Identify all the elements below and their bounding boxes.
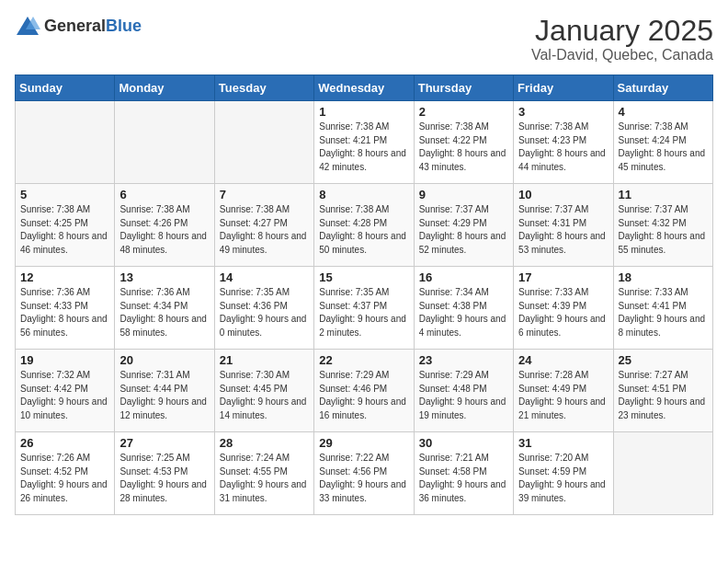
day-info: Sunrise: 7:38 AMSunset: 4:25 PMDaylight:…	[20, 203, 109, 257]
calendar-cell: 5Sunrise: 7:38 AMSunset: 4:25 PMDaylight…	[16, 184, 115, 267]
day-info: Sunrise: 7:34 AMSunset: 4:38 PMDaylight:…	[419, 286, 508, 339]
calendar-cell: 8Sunrise: 7:38 AMSunset: 4:28 PMDaylight…	[314, 184, 414, 267]
calendar-cell: 20Sunrise: 7:31 AMSunset: 4:44 PMDayligh…	[115, 350, 214, 432]
calendar-cell: 9Sunrise: 7:37 AMSunset: 4:29 PMDaylight…	[414, 184, 513, 267]
day-number: 5	[20, 188, 109, 201]
location-title: Val-David, Quebec, Canada	[531, 47, 713, 63]
day-info: Sunrise: 7:38 AMSunset: 4:22 PMDaylight:…	[419, 121, 508, 174]
calendar-cell: 7Sunrise: 7:38 AMSunset: 4:27 PMDaylight…	[214, 184, 313, 267]
calendar-cell: 2Sunrise: 7:38 AMSunset: 4:22 PMDaylight…	[414, 101, 513, 184]
calendar-cell: 13Sunrise: 7:36 AMSunset: 4:34 PMDayligh…	[115, 267, 214, 350]
day-number: 2	[419, 105, 508, 119]
title-area: January 2025 Val-David, Quebec, Canada	[531, 15, 713, 63]
header-wednesday: Wednesday	[314, 75, 414, 101]
day-number: 22	[319, 353, 408, 367]
header-tuesday: Tuesday	[214, 75, 313, 101]
day-number: 11	[619, 188, 708, 201]
day-info: Sunrise: 7:24 AMSunset: 4:55 PMDaylight:…	[220, 452, 309, 505]
calendar-cell: 3Sunrise: 7:38 AMSunset: 4:23 PMDaylight…	[514, 101, 613, 184]
calendar-cell: 25Sunrise: 7:27 AMSunset: 4:51 PMDayligh…	[613, 350, 712, 432]
calendar-cell: 1Sunrise: 7:38 AMSunset: 4:21 PMDaylight…	[314, 101, 414, 184]
calendar-table: SundayMondayTuesdayWednesdayThursdayFrid…	[15, 75, 713, 515]
day-info: Sunrise: 7:30 AMSunset: 4:45 PMDaylight:…	[220, 369, 309, 422]
day-number: 23	[419, 353, 508, 367]
calendar-cell	[115, 101, 214, 184]
calendar-cell: 31Sunrise: 7:20 AMSunset: 4:59 PMDayligh…	[514, 432, 613, 515]
day-info: Sunrise: 7:25 AMSunset: 4:53 PMDaylight:…	[119, 452, 209, 505]
calendar-cell: 14Sunrise: 7:35 AMSunset: 4:36 PMDayligh…	[214, 267, 313, 350]
calendar-cell: 17Sunrise: 7:33 AMSunset: 4:39 PMDayligh…	[514, 267, 613, 350]
month-title: January 2025	[531, 15, 713, 47]
logo-icon	[15, 15, 40, 37]
header-friday: Friday	[514, 75, 613, 101]
day-info: Sunrise: 7:33 AMSunset: 4:39 PMDaylight:…	[518, 286, 608, 339]
calendar-cell	[613, 432, 712, 515]
day-info: Sunrise: 7:36 AMSunset: 4:33 PMDaylight:…	[20, 286, 109, 339]
header-monday: Monday	[115, 75, 214, 101]
day-number: 4	[619, 105, 708, 119]
day-info: Sunrise: 7:38 AMSunset: 4:21 PMDaylight:…	[319, 121, 408, 174]
day-number: 13	[119, 270, 209, 284]
day-number: 30	[419, 436, 508, 450]
day-info: Sunrise: 7:38 AMSunset: 4:28 PMDaylight:…	[319, 203, 408, 257]
calendar-cell: 22Sunrise: 7:29 AMSunset: 4:46 PMDayligh…	[314, 350, 414, 432]
calendar-cell: 6Sunrise: 7:38 AMSunset: 4:26 PMDaylight…	[115, 184, 214, 267]
calendar-week-4: 19Sunrise: 7:32 AMSunset: 4:42 PMDayligh…	[16, 350, 713, 432]
day-info: Sunrise: 7:37 AMSunset: 4:29 PMDaylight:…	[419, 203, 508, 257]
header-sunday: Sunday	[16, 75, 115, 101]
day-number: 24	[518, 353, 608, 367]
day-number: 29	[319, 436, 408, 450]
calendar-cell: 16Sunrise: 7:34 AMSunset: 4:38 PMDayligh…	[414, 267, 513, 350]
calendar-cell: 15Sunrise: 7:35 AMSunset: 4:37 PMDayligh…	[314, 267, 414, 350]
logo: GeneralBlue	[15, 15, 142, 37]
calendar-cell: 26Sunrise: 7:26 AMSunset: 4:52 PMDayligh…	[16, 432, 115, 515]
calendar-cell: 27Sunrise: 7:25 AMSunset: 4:53 PMDayligh…	[115, 432, 214, 515]
day-number: 9	[419, 188, 508, 201]
day-info: Sunrise: 7:33 AMSunset: 4:41 PMDaylight:…	[619, 286, 708, 339]
calendar-cell: 23Sunrise: 7:29 AMSunset: 4:48 PMDayligh…	[414, 350, 513, 432]
day-info: Sunrise: 7:26 AMSunset: 4:52 PMDaylight:…	[20, 452, 109, 505]
day-info: Sunrise: 7:38 AMSunset: 4:23 PMDaylight:…	[518, 121, 608, 174]
logo-blue: Blue	[106, 17, 142, 35]
calendar-cell: 29Sunrise: 7:22 AMSunset: 4:56 PMDayligh…	[314, 432, 414, 515]
calendar-cell: 21Sunrise: 7:30 AMSunset: 4:45 PMDayligh…	[214, 350, 313, 432]
day-info: Sunrise: 7:37 AMSunset: 4:31 PMDaylight:…	[518, 203, 608, 257]
day-number: 15	[319, 270, 408, 284]
day-info: Sunrise: 7:38 AMSunset: 4:24 PMDaylight:…	[619, 121, 708, 174]
header-saturday: Saturday	[613, 75, 712, 101]
calendar-cell	[16, 101, 115, 184]
day-number: 12	[20, 270, 109, 284]
calendar-week-1: 1Sunrise: 7:38 AMSunset: 4:21 PMDaylight…	[16, 101, 713, 184]
day-info: Sunrise: 7:32 AMSunset: 4:42 PMDaylight:…	[20, 369, 109, 422]
day-info: Sunrise: 7:35 AMSunset: 4:36 PMDaylight:…	[220, 286, 309, 339]
day-number: 3	[518, 105, 608, 119]
day-number: 31	[518, 436, 608, 450]
day-number: 18	[619, 270, 708, 284]
logo-general: General	[44, 17, 106, 35]
day-info: Sunrise: 7:37 AMSunset: 4:32 PMDaylight:…	[619, 203, 708, 257]
day-info: Sunrise: 7:28 AMSunset: 4:49 PMDaylight:…	[518, 369, 608, 422]
calendar-cell: 12Sunrise: 7:36 AMSunset: 4:33 PMDayligh…	[16, 267, 115, 350]
day-number: 1	[319, 105, 408, 119]
day-number: 6	[119, 188, 209, 201]
day-number: 26	[20, 436, 109, 450]
day-info: Sunrise: 7:29 AMSunset: 4:46 PMDaylight:…	[319, 369, 408, 422]
day-info: Sunrise: 7:38 AMSunset: 4:26 PMDaylight:…	[119, 203, 209, 257]
logo-text: GeneralBlue	[44, 17, 142, 36]
calendar-cell: 11Sunrise: 7:37 AMSunset: 4:32 PMDayligh…	[613, 184, 712, 267]
calendar-cell: 30Sunrise: 7:21 AMSunset: 4:58 PMDayligh…	[414, 432, 513, 515]
day-number: 21	[220, 353, 309, 367]
day-number: 8	[319, 188, 408, 201]
day-number: 25	[619, 353, 708, 367]
calendar-week-2: 5Sunrise: 7:38 AMSunset: 4:25 PMDaylight…	[16, 184, 713, 267]
day-number: 16	[419, 270, 508, 284]
calendar-week-5: 26Sunrise: 7:26 AMSunset: 4:52 PMDayligh…	[16, 432, 713, 515]
day-info: Sunrise: 7:22 AMSunset: 4:56 PMDaylight:…	[319, 452, 408, 505]
day-info: Sunrise: 7:31 AMSunset: 4:44 PMDaylight:…	[119, 369, 209, 422]
day-info: Sunrise: 7:27 AMSunset: 4:51 PMDaylight:…	[619, 369, 708, 422]
day-number: 14	[220, 270, 309, 284]
day-info: Sunrise: 7:20 AMSunset: 4:59 PMDaylight:…	[518, 452, 608, 505]
page-header: GeneralBlue January 2025 Val-David, Queb…	[15, 15, 713, 63]
header-thursday: Thursday	[414, 75, 513, 101]
calendar-cell: 28Sunrise: 7:24 AMSunset: 4:55 PMDayligh…	[214, 432, 313, 515]
